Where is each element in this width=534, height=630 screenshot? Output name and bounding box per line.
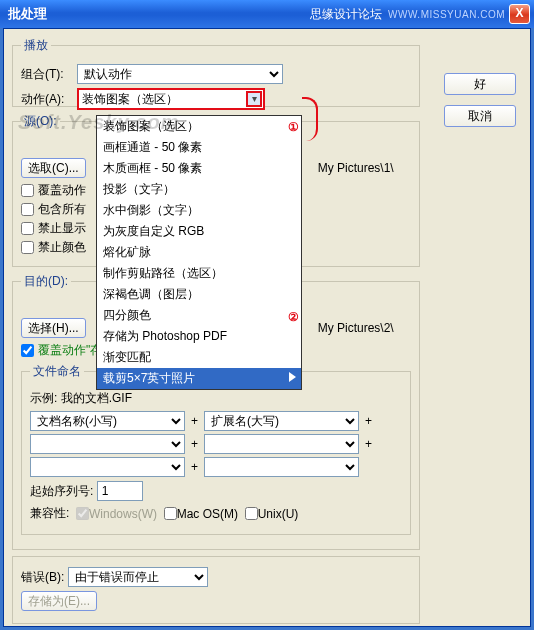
chk-compat-win bbox=[76, 507, 89, 520]
option-11[interactable]: 渐变匹配 bbox=[97, 347, 301, 368]
dest-path: My Pictures\2\ bbox=[318, 321, 394, 335]
name-part-4[interactable] bbox=[204, 434, 359, 454]
compat-label: 兼容性: bbox=[30, 505, 69, 522]
action-label: 动作(A): bbox=[21, 91, 77, 108]
play-legend: 播放 bbox=[21, 37, 51, 54]
chk-override-action[interactable] bbox=[21, 184, 34, 197]
action-select[interactable]: 装饰图案（选区） bbox=[77, 88, 265, 110]
option-0[interactable]: 装饰图案（选区） bbox=[97, 116, 301, 137]
option-2[interactable]: 木质画框 - 50 像素 bbox=[97, 158, 301, 179]
source-browse-button[interactable]: 选取(C)... bbox=[21, 158, 86, 178]
save-as-button: 存储为(E)... bbox=[21, 591, 97, 611]
close-button[interactable]: X bbox=[509, 4, 530, 24]
brand-text: 思缘设计论坛 bbox=[310, 6, 382, 23]
option-8[interactable]: 深褐色调（图层） bbox=[97, 284, 301, 305]
cancel-button[interactable]: 取消 bbox=[444, 105, 516, 127]
example-value: 我的文档.GIF bbox=[61, 390, 132, 407]
chk-compat-mac[interactable] bbox=[164, 507, 177, 520]
start-serial-input[interactable] bbox=[97, 481, 143, 501]
chk-include-all[interactable] bbox=[21, 203, 34, 216]
combo-label: 组合(T): bbox=[21, 66, 77, 83]
action-dropdown-button[interactable]: ▾ bbox=[246, 91, 262, 107]
naming-legend: 文件命名 bbox=[30, 363, 84, 380]
ok-button[interactable]: 好 bbox=[444, 73, 516, 95]
annotation-2: ② bbox=[284, 309, 302, 327]
annotation-arc-1 bbox=[302, 97, 318, 141]
error-label: 错误(B): bbox=[21, 569, 64, 586]
window-title: 批处理 bbox=[8, 5, 310, 23]
start-label: 起始序列号: bbox=[30, 483, 93, 500]
name-part-1[interactable]: 文档名称(小写) bbox=[30, 411, 185, 431]
dialog-body: 好 取消 播放 组合(T): 默认动作 动作(A): 装饰图案（选区） ▾ 装饰… bbox=[3, 28, 531, 627]
name-part-2[interactable]: 扩展名(大写) bbox=[204, 411, 359, 431]
dest-legend: 目的(D): bbox=[21, 273, 71, 290]
option-4[interactable]: 水中倒影（文字） bbox=[97, 200, 301, 221]
play-fieldset: 播放 组合(T): 默认动作 动作(A): 装饰图案（选区） ▾ bbox=[12, 37, 420, 107]
chk-compat-unix[interactable] bbox=[245, 507, 258, 520]
name-part-6[interactable] bbox=[204, 457, 359, 477]
dest-browse-button[interactable]: 选择(H)... bbox=[21, 318, 86, 338]
option-9[interactable]: 四分颜色 bbox=[97, 305, 301, 326]
option-3[interactable]: 投影（文字） bbox=[97, 179, 301, 200]
option-5[interactable]: 为灰度自定义 RGB bbox=[97, 221, 301, 242]
option-7[interactable]: 制作剪贴路径（选区） bbox=[97, 263, 301, 284]
example-label: 示例: bbox=[30, 390, 57, 407]
option-10[interactable]: 存储为 Photoshop PDF bbox=[97, 326, 301, 347]
chk-suppress-color[interactable] bbox=[21, 241, 34, 254]
name-part-5[interactable] bbox=[30, 457, 185, 477]
source-path: My Pictures\1\ bbox=[318, 161, 394, 175]
name-part-3[interactable] bbox=[30, 434, 185, 454]
annotation-1: ① bbox=[284, 119, 302, 137]
combo-select[interactable]: 默认动作 bbox=[77, 64, 283, 84]
action-dropdown-list[interactable]: 装饰图案（选区） 画框通道 - 50 像素 木质画框 - 50 像素 投影（文字… bbox=[96, 115, 302, 390]
title-bar: 批处理 思缘设计论坛 WWW.MISSYUAN.COM X bbox=[0, 0, 534, 28]
chk-override-saveas[interactable] bbox=[21, 344, 34, 357]
option-12[interactable]: 载剪5×7英寸照片 bbox=[97, 368, 301, 389]
chk-suppress-display[interactable] bbox=[21, 222, 34, 235]
option-6[interactable]: 熔化矿脉 bbox=[97, 242, 301, 263]
option-1[interactable]: 画框通道 - 50 像素 bbox=[97, 137, 301, 158]
error-select[interactable]: 由于错误而停止 bbox=[68, 567, 208, 587]
source-legend: 源(O): bbox=[21, 113, 60, 130]
error-fieldset: 错误(B): 由于错误而停止 存储为(E)... bbox=[12, 556, 420, 624]
brand-url: WWW.MISSYUAN.COM bbox=[388, 9, 505, 20]
